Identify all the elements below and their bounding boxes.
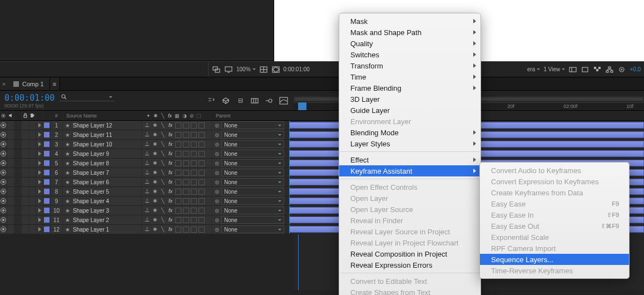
quality-switch[interactable]: ╲ [160,217,166,223]
menu-item[interactable]: Quality [339,38,480,49]
motion-blur-switch[interactable] [183,141,189,148]
col-video[interactable] [0,111,7,120]
layer-name[interactable]: ★Shape Layer 4 [63,196,142,205]
collapse-switch[interactable]: ✱ [152,170,158,176]
audio-toggle[interactable] [7,215,14,224]
shy-switch[interactable]: ⏃ [144,208,150,214]
label-cell[interactable] [29,215,36,224]
adjustment-switch[interactable] [191,198,197,204]
pickwhip-icon[interactable]: ⊚ [215,208,219,214]
menu-item[interactable]: Frame Blending [339,82,480,94]
adjustment-switch[interactable] [191,208,197,214]
adjustment-switch[interactable] [191,122,197,129]
quality-switch[interactable]: ╲ [160,227,166,233]
label-color[interactable] [43,215,51,224]
motion-blur-switch[interactable] [183,217,189,223]
comp-mini-flowchart-icon[interactable] [207,96,216,105]
visibility-toggle[interactable] [0,140,7,149]
composition-viewer[interactable] [0,0,274,61]
pickwhip-icon[interactable]: ⊚ [215,122,219,129]
menu-item[interactable]: Mask and Shape Path [339,27,480,38]
shy-switch[interactable]: ⏃ [144,141,150,148]
layer-name[interactable]: ★Shape Layer 3 [63,206,142,215]
parent-cell[interactable]: ⊚None [212,149,285,158]
parent-cell[interactable]: ⊚None [212,121,285,130]
frame-blend-switch[interactable] [175,179,181,185]
pickwhip-icon[interactable]: ⊚ [215,151,219,157]
frame-blend-switch[interactable] [175,198,181,204]
3d-switch[interactable] [199,160,205,166]
quality-switch[interactable]: ╲ [160,170,166,176]
quality-switch[interactable]: ╲ [160,160,166,166]
screens-icon[interactable] [212,65,221,74]
adjustment-switch[interactable] [191,151,197,157]
visibility-toggle[interactable] [0,178,7,186]
menu-item[interactable]: 3D Layer [339,94,480,105]
solo-toggle[interactable] [14,225,22,234]
parent-dropdown[interactable]: None [221,225,284,233]
shy-switch[interactable]: ⏃ [144,170,150,176]
label-cell[interactable] [29,196,36,205]
shy-switch[interactable]: ⏃ [144,132,150,138]
lock-toggle[interactable] [22,196,29,205]
pickwhip-icon[interactable]: ⊚ [215,227,219,233]
visibility-toggle[interactable] [0,168,7,177]
pickwhip-icon[interactable]: ⊚ [215,160,219,166]
layer-name[interactable]: ★Shape Layer 6 [63,178,142,186]
twirl-arrow[interactable] [36,215,43,224]
tab-comp-1[interactable]: Comp 1 [8,77,50,90]
transparency-grid-icon[interactable] [593,65,602,74]
twirl-arrow[interactable] [36,178,43,186]
twirl-arrow[interactable] [36,149,43,158]
col-solo[interactable] [14,111,22,120]
label-cell[interactable] [29,178,36,186]
layer-name[interactable]: ★Shape Layer 9 [63,149,142,158]
current-time-display[interactable]: 0:00:01:00 [4,93,55,103]
motion-blur-switch[interactable] [183,122,189,129]
frame-blend-switch[interactable] [175,141,181,148]
lock-toggle[interactable] [22,225,29,234]
col-index[interactable]: # [51,111,63,120]
collapse-switch[interactable]: ✱ [152,132,158,138]
collapse-switch[interactable]: ✱ [152,217,158,223]
fx-switch[interactable]: fx [167,179,174,185]
shy-switch[interactable]: ⏃ [144,160,150,166]
label-cell[interactable] [29,187,36,196]
parent-dropdown[interactable]: None [221,159,284,167]
fx-switch[interactable]: fx [167,160,174,166]
3d-switch[interactable] [199,122,205,129]
parent-dropdown[interactable]: None [221,169,284,176]
lock-toggle[interactable] [22,121,29,130]
fx-switch[interactable]: fx [167,217,174,223]
quality-switch[interactable]: ╲ [160,198,166,204]
label-color[interactable] [43,178,51,186]
fx-switch[interactable]: fx [167,132,174,138]
pickwhip-icon[interactable]: ⊚ [215,170,219,176]
twirl-arrow[interactable] [36,187,43,196]
3d-switch[interactable] [199,208,205,214]
3d-switch[interactable] [199,151,205,157]
audio-toggle[interactable] [7,159,14,168]
shy-switch[interactable]: ⏃ [144,198,150,204]
visibility-toggle[interactable] [0,187,7,196]
lock-toggle[interactable] [22,149,29,158]
label-cell[interactable] [29,225,36,234]
quality-switch[interactable]: ╲ [160,189,166,195]
motion-blur-switch[interactable] [183,208,189,214]
layer-switches[interactable]: ⏃✱╲fx [142,187,212,196]
layer-switches[interactable]: ⏃✱╲fx [142,130,212,139]
label-cell[interactable] [29,130,36,139]
layer-switches[interactable]: ⏃✱╲fx [142,149,212,158]
camera-dropdown[interactable]: era [527,66,540,72]
label-color[interactable] [43,149,51,158]
label-cell[interactable] [29,206,36,215]
twirl-arrow[interactable] [36,159,43,168]
twirl-arrow[interactable] [36,168,43,177]
solo-toggle[interactable] [14,196,22,205]
pickwhip-icon[interactable]: ⊚ [215,179,219,185]
fx-switch[interactable]: fx [167,208,174,214]
frame-blend-switch[interactable] [175,217,181,223]
lock-toggle[interactable] [22,187,29,196]
3d-switch[interactable] [199,189,205,195]
menu-item[interactable]: Reveal Composition in Project [339,248,480,259]
